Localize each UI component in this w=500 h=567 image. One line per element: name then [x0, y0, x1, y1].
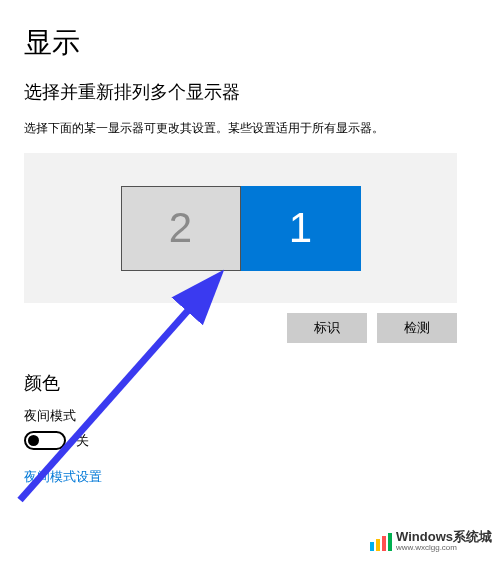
color-section-title: 颜色 — [24, 371, 476, 395]
display-arrangement-panel[interactable]: 2 1 — [24, 153, 457, 303]
watermark-title: Windows系统城 — [396, 530, 492, 544]
night-light-toggle[interactable] — [24, 431, 66, 450]
display-monitor-2[interactable]: 2 — [121, 186, 241, 271]
display-buttons-row: 标识 检测 — [24, 313, 457, 343]
watermark-logo-icon — [370, 531, 392, 551]
detect-button[interactable]: 检测 — [377, 313, 457, 343]
toggle-knob — [28, 435, 39, 446]
page-title: 显示 — [24, 24, 476, 62]
night-light-toggle-row: 关 — [24, 431, 476, 450]
toggle-state-text: 关 — [76, 432, 89, 450]
section-title: 选择并重新排列多个显示器 — [24, 80, 476, 104]
night-light-settings-link[interactable]: 夜间模式设置 — [24, 468, 476, 486]
watermark-url: www.wxclgg.com — [396, 544, 492, 553]
watermark: Windows系统城 www.wxclgg.com — [370, 530, 492, 553]
display-monitor-1[interactable]: 1 — [241, 186, 361, 271]
night-light-label: 夜间模式 — [24, 407, 476, 425]
identify-button[interactable]: 标识 — [287, 313, 367, 343]
description-text: 选择下面的某一显示器可更改其设置。某些设置适用于所有显示器。 — [24, 120, 476, 137]
